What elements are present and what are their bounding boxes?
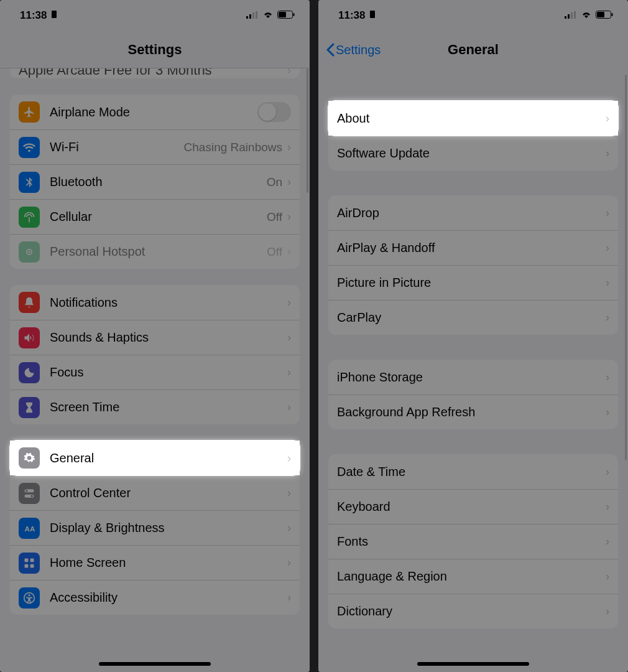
row-label: Picture in Picture — [337, 276, 606, 290]
chevron-right-icon: › — [606, 406, 609, 419]
gear-icon — [19, 447, 40, 469]
cellular-row[interactable]: Cellular Off › — [10, 199, 300, 234]
battery-icon — [596, 9, 613, 22]
airdrop-row[interactable]: AirDrop › — [328, 195, 618, 230]
settings-screen: 11:38 Settings Apple Arcade Free for 3 M… — [0, 0, 310, 672]
pip-row[interactable]: Picture in Picture › — [328, 265, 618, 300]
grid-icon — [19, 553, 40, 574]
wifi-row[interactable]: Wi-Fi Chasing Rainbows › — [10, 129, 300, 164]
row-label: Airplane Mode — [50, 105, 257, 119]
svg-rect-23 — [574, 11, 576, 19]
software-update-row[interactable]: Software Update › — [328, 136, 618, 170]
wifi-status-icon — [581, 9, 592, 22]
about-group: About › Software Update › — [328, 101, 618, 170]
signal-icon — [565, 9, 577, 22]
row-detail: On — [267, 175, 282, 189]
accessibility-row[interactable]: Accessibility › — [10, 580, 300, 615]
svg-rect-15 — [25, 564, 29, 567]
svg-text:AA: AA — [25, 525, 35, 533]
chevron-right-icon: › — [287, 591, 291, 604]
row-label: Software Update — [337, 146, 606, 161]
row-label: Home Screen — [50, 556, 287, 570]
settings-content[interactable]: Apple Arcade Free for 3 Months › Airplan… — [0, 68, 310, 672]
display-row[interactable]: AA Display & Brightness › — [10, 510, 300, 545]
airplane-icon — [19, 101, 40, 123]
date-time-row[interactable]: Date & Time › — [328, 454, 618, 489]
promo-label: Apple Arcade Free for 3 Months — [19, 68, 287, 78]
svg-rect-7 — [293, 13, 295, 16]
general-screen: 11:38 Settings General Abo — [318, 0, 628, 672]
home-screen-row[interactable]: Home Screen › — [10, 545, 300, 580]
row-detail: Off — [267, 245, 282, 259]
general-content[interactable]: About › Software Update › AirDrop › AirP… — [318, 68, 628, 672]
chevron-right-icon: › — [287, 452, 291, 465]
services-group: AirDrop › AirPlay & Handoff › Picture in… — [328, 195, 618, 335]
airplane-mode-row[interactable]: Airplane Mode — [10, 95, 300, 129]
back-button[interactable]: Settings — [326, 43, 381, 57]
system-group: General › Control Center › AA Display & … — [10, 441, 300, 615]
chevron-right-icon: › — [606, 371, 609, 384]
airplay-row[interactable]: AirPlay & Handoff › — [328, 230, 618, 265]
svg-rect-25 — [597, 12, 604, 17]
status-time: 11:38 — [338, 9, 365, 22]
sounds-row[interactable]: Sounds & Haptics › — [10, 320, 300, 355]
chevron-right-icon: › — [287, 521, 291, 534]
general-row[interactable]: General › — [10, 441, 300, 475]
notifications-row[interactable]: Notifications › — [10, 285, 300, 320]
chevron-right-icon: › — [287, 296, 291, 309]
battery-icon — [277, 9, 295, 22]
screen-time-row[interactable]: Screen Time › — [10, 390, 300, 424]
wifi-icon — [19, 137, 40, 158]
scrollbar[interactable] — [625, 75, 627, 460]
svg-rect-19 — [370, 11, 375, 18]
chevron-right-icon: › — [606, 535, 609, 548]
control-center-row[interactable]: Control Center › — [10, 475, 300, 510]
chevron-right-icon: › — [606, 207, 609, 220]
notifications-group: Notifications › Sounds & Haptics › Focus… — [10, 285, 300, 424]
carplay-row[interactable]: CarPlay › — [328, 300, 618, 335]
row-detail: Chasing Rainbows — [184, 141, 282, 154]
svg-rect-0 — [52, 11, 57, 18]
about-row[interactable]: About › — [328, 101, 618, 136]
location-icon — [369, 9, 376, 22]
storage-row[interactable]: iPhone Storage › — [328, 360, 618, 394]
chevron-left-icon — [326, 43, 335, 57]
chevron-right-icon: › — [287, 68, 291, 77]
bluetooth-row[interactable]: Bluetooth On › — [10, 164, 300, 199]
chevron-right-icon: › — [287, 331, 291, 344]
row-label: Notifications — [50, 296, 287, 310]
row-label: Screen Time — [50, 400, 287, 414]
home-indicator[interactable] — [99, 662, 211, 666]
dictionary-row[interactable]: Dictionary › — [328, 594, 618, 628]
focus-row[interactable]: Focus › — [10, 355, 300, 390]
home-indicator[interactable] — [417, 662, 529, 666]
fonts-row[interactable]: Fonts › — [328, 524, 618, 559]
airplane-toggle[interactable] — [257, 102, 291, 122]
row-label: AirPlay & Handoff — [337, 241, 606, 255]
chevron-right-icon: › — [287, 556, 291, 569]
row-detail: Off — [267, 210, 282, 224]
svg-rect-6 — [279, 12, 286, 17]
chevron-right-icon: › — [287, 210, 291, 223]
nav-title: General — [448, 42, 499, 58]
scrollbar[interactable] — [307, 68, 308, 193]
refresh-row[interactable]: Background App Refresh › — [328, 394, 618, 429]
keyboard-row[interactable]: Keyboard › — [328, 489, 618, 524]
promo-row[interactable]: Apple Arcade Free for 3 Months › — [10, 68, 300, 78]
row-label: Background App Refresh — [337, 405, 606, 419]
toggles-icon — [19, 483, 40, 504]
back-label: Settings — [336, 43, 381, 57]
nav-bar: Settings General — [318, 31, 628, 68]
nav-title: Settings — [128, 42, 182, 58]
svg-point-11 — [31, 495, 33, 497]
chevron-right-icon: › — [606, 500, 609, 513]
language-row[interactable]: Language & Region › — [328, 559, 618, 594]
status-bar: 11:38 — [318, 0, 628, 31]
row-label: Cellular — [50, 210, 267, 224]
row-label: Date & Time — [337, 465, 606, 479]
wifi-status-icon — [262, 9, 274, 22]
chevron-right-icon: › — [287, 401, 291, 414]
hotspot-row[interactable]: Personal Hotspot Off › — [10, 234, 300, 269]
signal-icon — [246, 9, 259, 22]
promo-group: Apple Arcade Free for 3 Months › — [10, 68, 300, 78]
